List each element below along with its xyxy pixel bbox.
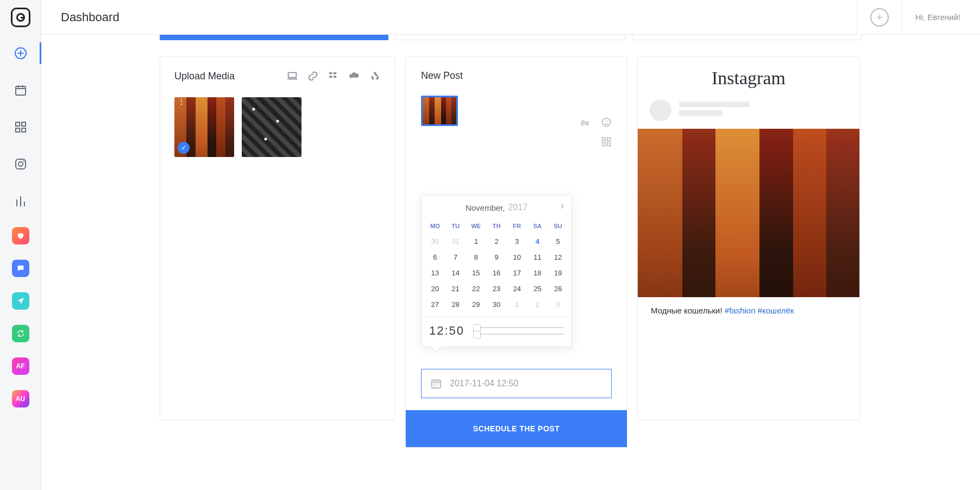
datepicker-day[interactable]: 5 (548, 234, 568, 249)
caption-visible-text: ёк (581, 118, 589, 127)
media-thumbnail[interactable]: ⋮ ✓ (174, 97, 234, 157)
account-tab[interactable] (160, 35, 388, 40)
header: Dashboard Hi, Евгений! (41, 0, 980, 35)
dropbox-icon[interactable] (328, 70, 340, 82)
datepicker-popover: November, 2017 MOTUWETHFRSASU30311234567… (421, 195, 572, 347)
nav-comments[interactable] (12, 260, 29, 277)
datepicker-dow: WE (466, 219, 486, 234)
nav-create[interactable] (10, 42, 32, 64)
plus-icon (875, 13, 884, 22)
datepicker-day[interactable]: 1 (466, 234, 486, 249)
bar-chart-icon (14, 194, 27, 208)
add-account-button[interactable] (870, 8, 889, 27)
datepicker-day[interactable]: 12 (548, 249, 568, 265)
datepicker-day[interactable]: 24 (507, 281, 527, 297)
onedrive-icon[interactable] (348, 70, 360, 82)
datepicker-day[interactable]: 16 (486, 265, 507, 281)
thumb-menu-icon[interactable]: ⋮ (178, 100, 185, 103)
datepicker-day[interactable]: 28 (445, 297, 466, 312)
preview-hashtag[interactable]: #fashion (725, 306, 756, 315)
nav-au[interactable]: AU (12, 390, 29, 407)
datepicker-day[interactable]: 21 (445, 281, 466, 297)
datepicker-day[interactable]: 9 (486, 249, 507, 265)
nav-likes[interactable] (12, 227, 29, 244)
datepicker-day[interactable]: 11 (527, 249, 548, 265)
header-divider (902, 0, 902, 35)
schedule-datetime-value: 2017-11-04 12:50 (450, 379, 518, 388)
link-icon[interactable] (307, 70, 319, 82)
header-divider (857, 0, 857, 35)
emoji-icon[interactable] (601, 117, 612, 128)
datepicker-day[interactable]: 14 (445, 265, 466, 281)
datepicker-day[interactable]: 23 (486, 281, 507, 297)
nav-stats[interactable] (10, 190, 32, 212)
preview-caption: Модные кошельки! #fashion #кошелёк (638, 297, 859, 324)
svg-point-12 (607, 121, 608, 122)
selected-media-thumb[interactable] (421, 96, 458, 126)
datepicker-dow: FR (507, 219, 527, 234)
datepicker-day[interactable]: 3 (507, 234, 527, 249)
send-icon (16, 297, 25, 305)
datepicker-day: 2 (527, 297, 548, 312)
greeting[interactable]: Hi, Евгений! (915, 12, 960, 22)
minute-slider[interactable] (473, 334, 564, 335)
svg-point-10 (602, 118, 611, 127)
nav-calendar[interactable] (10, 79, 32, 101)
datepicker-day[interactable]: 26 (548, 281, 568, 297)
sidebar: AF AU (0, 0, 41, 490)
datepicker-day[interactable]: 19 (548, 265, 568, 281)
instagram-icon (14, 158, 27, 171)
new-post-title: New Post (421, 70, 612, 81)
schedule-post-button[interactable]: SCHEDULE THE POST (406, 410, 627, 447)
datepicker-next-button[interactable] (558, 203, 566, 212)
datepicker-day[interactable]: 2 (486, 234, 507, 249)
datepicker-day[interactable]: 8 (466, 249, 486, 265)
datepicker-day[interactable]: 4 (527, 234, 548, 249)
heart-icon (16, 231, 25, 240)
nav-af[interactable]: AF (12, 357, 29, 375)
datepicker-day: 1 (507, 297, 527, 312)
account-tab[interactable] (633, 35, 862, 40)
hour-slider[interactable] (473, 327, 564, 328)
svg-rect-4 (16, 128, 20, 132)
nav-instagram[interactable] (10, 153, 32, 175)
datepicker-day[interactable]: 22 (466, 281, 486, 297)
preview-username-placeholder (679, 102, 750, 107)
preview-image (638, 129, 859, 297)
datepicker-day[interactable]: 25 (527, 281, 548, 297)
datepicker-day[interactable]: 7 (445, 249, 466, 265)
preview-hashtag[interactable]: #кошелёк (758, 306, 794, 315)
refresh-icon (16, 329, 25, 338)
svg-rect-5 (22, 128, 26, 132)
nav-direct[interactable] (12, 292, 29, 310)
grid-icon (14, 121, 27, 134)
datepicker-dow: SA (527, 219, 548, 234)
datepicker-day[interactable]: 15 (466, 265, 486, 281)
svg-rect-14 (607, 138, 611, 141)
thumb-selected-icon: ✓ (178, 142, 190, 154)
datepicker-day[interactable]: 17 (507, 265, 527, 281)
datepicker-day[interactable]: 18 (527, 265, 548, 281)
google-drive-icon[interactable] (369, 70, 381, 82)
datepicker-day[interactable]: 30 (486, 297, 507, 312)
datepicker-dow: MO (425, 219, 445, 234)
datepicker-day[interactable]: 20 (425, 281, 445, 297)
svg-rect-1 (16, 86, 26, 95)
datepicker-day[interactable]: 13 (425, 265, 445, 281)
hashtag-grid-icon[interactable] (601, 136, 612, 147)
nav-grid[interactable] (10, 116, 32, 138)
app-logo[interactable] (11, 8, 30, 27)
page-title: Dashboard (61, 10, 120, 24)
datepicker-day[interactable]: 6 (425, 249, 445, 265)
datepicker-day: 3 (548, 297, 568, 312)
datepicker-day[interactable]: 29 (466, 297, 486, 312)
schedule-datetime-field[interactable]: 2017-11-04 12:50 (421, 369, 612, 398)
nav-refresh[interactable] (12, 325, 29, 342)
svg-rect-13 (602, 138, 606, 141)
account-tab[interactable] (396, 35, 625, 40)
datepicker-day: 31 (445, 234, 466, 249)
datepicker-day[interactable]: 10 (507, 249, 527, 265)
datepicker-day[interactable]: 27 (425, 297, 445, 312)
laptop-icon[interactable] (286, 70, 298, 82)
media-thumbnail[interactable] (242, 97, 301, 157)
